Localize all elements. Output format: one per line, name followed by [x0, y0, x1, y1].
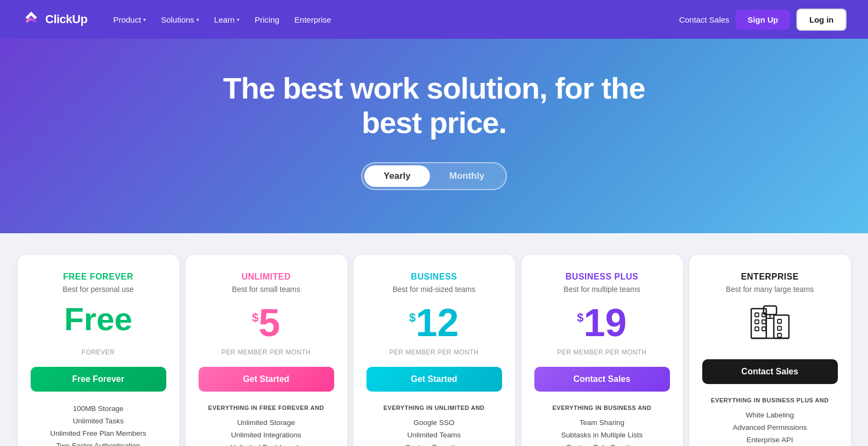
plan-feature: Unlimited Tasks — [73, 417, 123, 425]
plan-feature: Unlimited Storage — [237, 419, 295, 427]
plan-feature: 100MB Storage — [73, 405, 124, 413]
plan-card-enterprise: ENTERPRISE Best for many large teams — [689, 255, 851, 446]
hero-title: The best work solution, for the best pri… — [192, 71, 676, 141]
plan-feature: Unlimited Integrations — [231, 431, 301, 439]
plan-btn-enterprise[interactable]: Contact Sales — [702, 359, 838, 384]
svg-rect-3 — [755, 313, 759, 317]
svg-rect-5 — [755, 320, 759, 324]
plan-feature: Subtasks in Multiple Lists — [561, 431, 643, 439]
nav-enterprise[interactable]: Enterprise — [288, 11, 337, 29]
contact-sales-link[interactable]: Contact Sales — [679, 15, 729, 24]
plan-name-free: FREE FOREVER — [63, 272, 133, 282]
nav-product[interactable]: Product ▾ — [107, 11, 152, 29]
chevron-down-icon: ▾ — [143, 17, 146, 23]
plan-period-business-plus: PER MEMBER PER MONTH — [557, 349, 646, 356]
nav-actions: Contact Sales Sign Up Log in — [679, 9, 846, 31]
plan-name-unlimited: UNLIMITED — [242, 272, 291, 282]
plan-section-title-business: EVERYTHING IN UNLIMITED AND — [383, 405, 484, 411]
toggle-monthly[interactable]: Monthly — [430, 165, 504, 187]
plan-section-title-enterprise: EVERYTHING IN BUSINESS PLUS AND — [711, 397, 829, 403]
nav-learn[interactable]: Learn ▾ — [208, 11, 246, 29]
navigation: ClickUp Product ▾ Solutions ▾ Learn ▾ Pr… — [0, 0, 868, 39]
plan-currency-business-plus: $ — [577, 311, 583, 325]
plan-name-enterprise: ENTERPRISE — [741, 272, 799, 282]
plan-feature: Google SSO — [414, 419, 455, 427]
plan-feature: Unlimited Teams — [407, 431, 461, 439]
billing-toggle-wrapper: Yearly Monthly — [22, 162, 846, 190]
plan-feature: Unlimited Free Plan Members — [50, 429, 146, 437]
plan-card-business-plus: BUSINESS PLUS Best for multiple teams $ … — [521, 255, 683, 446]
plan-feature: Custom Role Creation — [566, 443, 638, 446]
plan-feature: Unlimited Dashboards — [230, 443, 302, 446]
nav-solutions[interactable]: Solutions ▾ — [154, 11, 206, 29]
plan-section-title-business-plus: EVERYTHING IN BUSINESS AND — [553, 405, 652, 411]
plan-desc-enterprise: Best for many large teams — [726, 285, 814, 294]
plan-price-enterprise — [746, 303, 794, 346]
plan-price-value-free: Free — [64, 303, 132, 336]
plan-feature: White Labeling — [746, 411, 794, 419]
toggle-yearly[interactable]: Yearly — [364, 165, 430, 187]
plan-btn-free[interactable]: Free Forever — [31, 367, 166, 392]
pricing-section: FREE FOREVER Best for personal use Free … — [0, 233, 868, 446]
plan-desc-unlimited: Best for small teams — [232, 285, 300, 294]
plan-price-business: $ 12 — [409, 303, 458, 346]
plan-desc-business: Best for mid-sized teams — [392, 285, 475, 294]
logo[interactable]: ClickUp — [22, 10, 87, 29]
plan-name-business: BUSINESS — [411, 272, 457, 282]
svg-rect-6 — [762, 320, 766, 324]
chevron-down-icon: ▾ — [196, 17, 199, 23]
nav-links: Product ▾ Solutions ▾ Learn ▾ Pricing En… — [107, 11, 679, 29]
plan-section-title-unlimited: EVERYTHING IN FREE FOREVER AND — [208, 405, 324, 411]
plan-period-business: PER MEMBER PER MONTH — [389, 349, 478, 356]
plan-name-business-plus: BUSINESS PLUS — [566, 272, 638, 282]
plan-card-unlimited: UNLIMITED Best for small teams $ 5 PER M… — [186, 255, 347, 446]
plan-desc-business-plus: Best for multiple teams — [563, 285, 640, 294]
plan-price-unlimited: $ 5 — [252, 303, 280, 346]
plan-price-value-business: 12 — [416, 303, 459, 342]
plan-currency-business: $ — [409, 311, 415, 325]
plan-price-value-business-plus: 19 — [584, 303, 627, 342]
plan-btn-unlimited[interactable]: Get Started — [199, 367, 334, 392]
plan-btn-business[interactable]: Get Started — [366, 367, 502, 392]
plan-period-unlimited: PER MEMBER PER MONTH — [221, 349, 310, 356]
plan-feature: Custom Exporting — [405, 443, 463, 446]
nav-pricing[interactable]: Pricing — [248, 11, 286, 29]
svg-rect-7 — [755, 327, 759, 331]
plan-feature: Enterprise API — [746, 436, 793, 444]
signup-button[interactable]: Sign Up — [736, 10, 790, 30]
plan-feature: Two-Factor Authentication — [56, 442, 140, 446]
plan-card-free: FREE FOREVER Best for personal use Free … — [18, 255, 179, 446]
svg-rect-8 — [762, 327, 766, 331]
plan-price-business-plus: $ 19 — [577, 303, 626, 346]
login-button[interactable]: Log in — [796, 9, 846, 31]
cards-container: FREE FOREVER Best for personal use Free … — [15, 255, 854, 446]
plan-price-value-unlimited: 5 — [259, 303, 280, 342]
chevron-down-icon: ▾ — [237, 17, 239, 23]
svg-rect-10 — [778, 326, 781, 330]
plan-btn-business-plus[interactable]: Contact Sales — [534, 367, 670, 392]
plan-period-free: FOREVER — [82, 349, 115, 356]
billing-toggle[interactable]: Yearly Monthly — [361, 162, 507, 190]
plan-price-free: Free — [64, 303, 132, 346]
enterprise-building-icon — [746, 303, 794, 341]
plan-desc-free: Best for personal use — [62, 285, 133, 294]
plan-card-business: BUSINESS Best for mid-sized teams $ 12 P… — [354, 255, 515, 446]
logo-text: ClickUp — [45, 12, 87, 26]
svg-rect-9 — [778, 319, 781, 323]
svg-rect-11 — [778, 333, 781, 337]
hero-section: The best work solution, for the best pri… — [0, 39, 868, 233]
plan-currency-unlimited: $ — [252, 311, 258, 325]
plan-feature: Advanced Permissions — [733, 423, 807, 431]
plan-feature: Team Sharing — [580, 419, 624, 427]
